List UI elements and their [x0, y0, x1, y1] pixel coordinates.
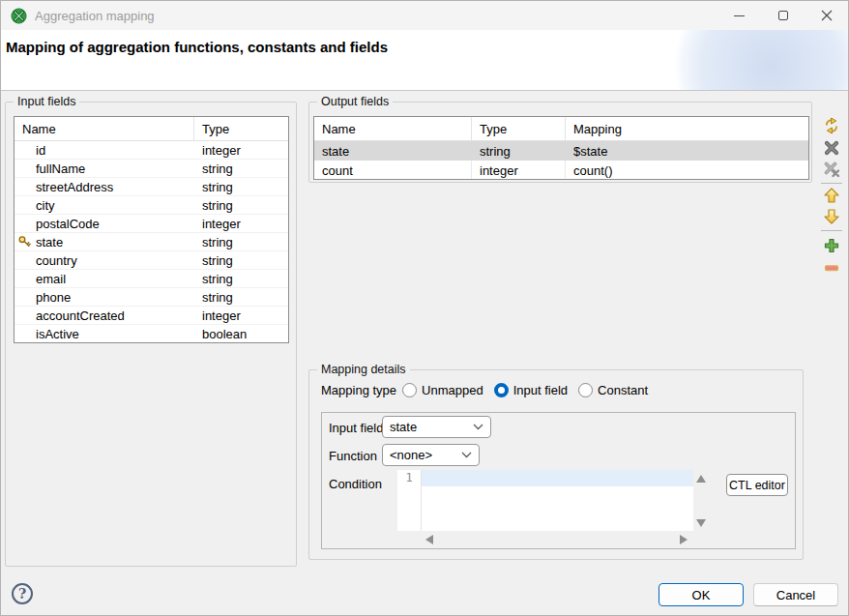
field-type-cell: boolean — [194, 325, 288, 342]
field-name-cell: fullName — [15, 160, 194, 177]
field-type-cell: integer — [194, 215, 288, 232]
condition-editor[interactable]: 1 — [397, 470, 693, 531]
input-field-row[interactable]: postalCodeinteger — [15, 215, 288, 233]
output-type-cell: string — [472, 141, 566, 161]
input-fields-group: Input fields Name Type idintegerfullName… — [5, 102, 297, 567]
radio-label: Constant — [598, 383, 648, 397]
maximize-icon — [778, 11, 788, 20]
input-field-row[interactable]: streetAddressstring — [15, 178, 288, 196]
output-name-cell: count — [314, 161, 472, 180]
page-title: Mapping of aggregation functions, consta… — [6, 39, 388, 55]
mapping-type-radio-group: UnmappedInput fieldConstant — [402, 383, 659, 397]
input-field-row[interactable]: idinteger — [15, 141, 288, 160]
titlebar: Aggregation mapping — [1, 1, 848, 30]
input-field-row[interactable]: statestring — [15, 233, 288, 251]
toolbar-separator — [821, 230, 842, 231]
input-field-row[interactable]: accountCreatedinteger — [15, 307, 288, 325]
mapping-type-row: Mapping type UnmappedInput fieldConstant — [321, 383, 659, 397]
input-field-row[interactable]: countrystring — [15, 251, 288, 270]
window-title: Aggregation mapping — [35, 9, 155, 23]
ok-button[interactable]: OK — [659, 583, 744, 606]
field-type-cell: string — [194, 270, 288, 287]
field-type-cell: string — [194, 288, 288, 306]
column-header-mapping[interactable]: Mapping — [566, 117, 808, 140]
delete-all-icon[interactable] — [823, 161, 840, 178]
column-header-name[interactable]: Name — [314, 117, 472, 140]
field-name-cell: postalCode — [15, 215, 194, 232]
chevron-down-icon — [473, 424, 483, 430]
maximize-button[interactable] — [761, 1, 805, 30]
add-icon[interactable] — [823, 237, 840, 254]
field-name-cell: country — [15, 251, 194, 269]
minimize-icon — [734, 15, 745, 16]
scroll-left-icon[interactable] — [425, 535, 433, 544]
field-type-cell: string — [194, 251, 288, 269]
column-header-type[interactable]: Type — [472, 117, 566, 140]
column-header-type[interactable]: Type — [194, 117, 288, 140]
field-type-cell: integer — [194, 141, 288, 159]
move-up-icon[interactable] — [823, 187, 840, 204]
output-field-row[interactable]: countintegercount() — [314, 161, 808, 180]
field-name-cell: state — [15, 233, 194, 250]
cancel-button[interactable]: Cancel — [753, 583, 838, 606]
move-down-icon[interactable] — [823, 208, 840, 225]
scroll-down-icon[interactable] — [696, 519, 706, 527]
input-field-select-value: state — [390, 420, 417, 434]
field-name-cell: email — [15, 270, 194, 287]
output-mapping-cell: $state — [566, 141, 808, 161]
mapping-details-group: Mapping details Mapping type UnmappedInp… — [308, 369, 804, 560]
delete-icon[interactable] — [823, 139, 840, 157]
output-field-row[interactable]: statestring$state — [314, 141, 808, 161]
toolbar-separator — [821, 183, 842, 184]
dialog-header: Mapping of aggregation functions, consta… — [1, 30, 848, 91]
auto-map-icon[interactable] — [823, 117, 840, 134]
input-fields-table-body: idintegerfullNamestringstreetAddressstri… — [15, 141, 288, 343]
close-button[interactable] — [805, 1, 848, 30]
field-type-cell: integer — [194, 307, 288, 324]
app-clover-icon — [11, 8, 27, 24]
remove-icon[interactable] — [823, 259, 840, 277]
input-field-label: Input field — [329, 421, 383, 435]
scroll-up-icon[interactable] — [696, 475, 706, 483]
mapping-details-group-label: Mapping details — [317, 363, 410, 376]
input-fields-group-label: Input fields — [14, 95, 79, 108]
output-table-header: Name Type Mapping — [314, 117, 808, 141]
output-fields-table[interactable]: Name Type Mapping statestring$statecount… — [313, 116, 809, 180]
question-mark-icon: ? — [18, 586, 26, 601]
scroll-right-icon[interactable] — [680, 535, 688, 544]
help-button[interactable]: ? — [12, 583, 33, 604]
ctl-editor-button[interactable]: CTL editor — [726, 474, 788, 496]
key-icon — [17, 235, 32, 249]
input-fields-table[interactable]: Name Type idintegerfullNamestringstreetA… — [14, 116, 289, 343]
input-field-row[interactable]: fullNamestring — [15, 160, 288, 178]
field-type-cell: string — [194, 178, 288, 195]
field-name-cell: phone — [15, 288, 194, 306]
input-field-row[interactable]: phonestring — [15, 288, 288, 307]
input-table-header: Name Type — [15, 117, 288, 141]
input-field-select[interactable]: state — [382, 416, 491, 438]
radio-icon — [578, 383, 593, 397]
radio-unmapped[interactable]: Unmapped — [402, 383, 483, 397]
chevron-down-icon — [461, 452, 472, 458]
radio-input-field[interactable]: Input field — [494, 383, 568, 397]
output-name-cell: state — [314, 141, 472, 161]
output-type-cell: integer — [472, 161, 566, 180]
input-field-row[interactable]: citystring — [15, 196, 288, 215]
mapping-type-label: Mapping type — [321, 383, 396, 397]
minimize-button[interactable] — [717, 1, 761, 30]
current-line-highlight — [422, 470, 693, 486]
column-header-name[interactable]: Name — [15, 117, 194, 140]
mapping-detail-panel: Input field state Function <none> Condit… — [321, 412, 796, 549]
condition-code-area[interactable] — [422, 470, 693, 531]
input-field-row[interactable]: emailstring — [15, 270, 288, 288]
field-name-cell: streetAddress — [15, 178, 194, 195]
radio-label: Unmapped — [422, 383, 483, 397]
function-select[interactable]: <none> — [382, 444, 480, 466]
header-decoration — [664, 30, 848, 91]
output-mapping-cell: count() — [566, 161, 808, 180]
radio-constant[interactable]: Constant — [578, 383, 648, 397]
input-field-row[interactable]: isActiveboolean — [15, 325, 288, 343]
field-type-cell: string — [194, 196, 288, 214]
function-label: Function — [329, 449, 377, 463]
field-name-cell: isActive — [15, 325, 194, 342]
